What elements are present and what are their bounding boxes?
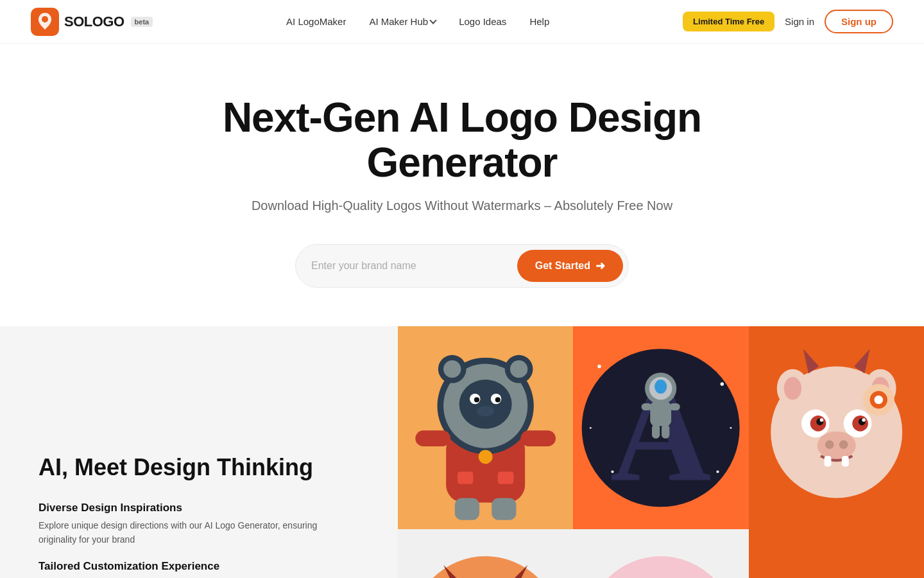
svg-point-45 [819,418,823,421]
svg-point-49 [839,440,848,449]
brand-name-input[interactable] [311,260,517,272]
chevron-down-icon [429,17,436,24]
feature-item-1: Diverse Design Inspirations Explore uniq… [38,502,359,547]
lower-left-content: AI, Meet Design Thinking Diverse Design … [0,326,398,578]
signup-button[interactable]: Sign up [825,10,893,33]
svg-point-32 [598,365,601,368]
limited-time-button[interactable]: Limited Time Free [683,12,774,31]
svg-point-35 [717,470,719,473]
svg-point-14 [477,406,494,416]
svg-point-48 [825,440,834,449]
feature-title-2: Tailored Customization Experience [38,560,359,573]
svg-point-13 [495,397,501,402]
section-title: AI, Meet Design Thinking [38,453,359,481]
svg-rect-16 [520,430,556,446]
nav-left: SOLOGObeta [31,8,153,36]
svg-rect-20 [458,471,474,484]
navbar: SOLOGObeta AI LogoMaker AI Maker Hub Log… [0,0,924,44]
nav-maker-hub[interactable]: AI Maker Hub [369,16,436,27]
beta-badge: beta [131,17,153,27]
svg-point-19 [479,450,493,464]
svg-point-37 [730,427,732,429]
nav-help[interactable]: Help [529,16,549,27]
feature-item-2: Tailored Customization Experience Person… [38,560,359,578]
nav-center: AI LogoMaker AI Maker Hub Logo Ideas Hel… [286,16,549,27]
brand-name-search-container: Get Started ➜ [295,244,629,288]
svg-point-47 [817,431,855,459]
hero-title: Next-Gen AI Logo Design Generator [186,95,738,186]
svg-rect-21 [498,471,514,484]
svg-rect-56 [824,456,831,466]
feature-title-1: Diverse Design Inspirations [38,502,359,514]
logo-preview-bear-astronaut [398,326,573,529]
nav-right: Limited Time Free Sign in Sign up [683,10,893,33]
get-started-button[interactable]: Get Started ➜ [517,250,623,282]
nav-logomaker[interactable]: AI LogoMaker [286,16,346,27]
logo-preview-demon [398,529,573,578]
svg-point-60 [874,395,883,404]
svg-point-12 [474,397,479,402]
svg-point-26 [654,380,667,394]
svg-point-1 [42,16,48,22]
lower-section: AI, Meet Design Thinking Diverse Design … [0,326,924,578]
svg-rect-27 [651,401,672,426]
svg-point-46 [862,418,865,421]
logo-preview-pink [573,529,748,578]
svg-point-36 [590,427,592,429]
brand-name: SOLOGO [64,13,124,30]
svg-rect-30 [652,425,660,439]
svg-point-34 [612,470,614,473]
arrow-right-icon: ➜ [595,259,605,273]
brand-logo-icon[interactable] [31,8,59,36]
svg-rect-31 [662,425,669,439]
nav-logo-ideas[interactable]: Logo Ideas [459,16,506,27]
svg-rect-29 [670,403,680,410]
svg-point-5 [459,380,512,429]
svg-rect-57 [842,456,849,466]
hero-subtitle: Download High-Quality Logos Without Wate… [252,198,672,213]
svg-rect-18 [492,498,516,520]
svg-rect-28 [642,403,652,410]
feature-desc-1: Explore unique design directions with ou… [38,518,346,547]
svg-point-51 [783,377,801,400]
svg-point-74 [586,556,735,578]
svg-rect-15 [415,430,450,446]
hero-section: Next-Gen AI Logo Design Generator Downlo… [0,44,924,326]
logo-preview-astronaut-a: A [573,326,748,529]
signin-link[interactable]: Sign in [785,16,814,27]
svg-point-7 [443,360,461,378]
logo-preview-extra [749,529,924,578]
logo-preview-pig-monster [749,326,924,529]
svg-point-33 [721,382,724,385]
svg-point-61 [411,556,560,578]
logo-preview-grid: A [398,326,924,578]
svg-point-9 [510,360,527,378]
svg-rect-17 [455,498,479,520]
